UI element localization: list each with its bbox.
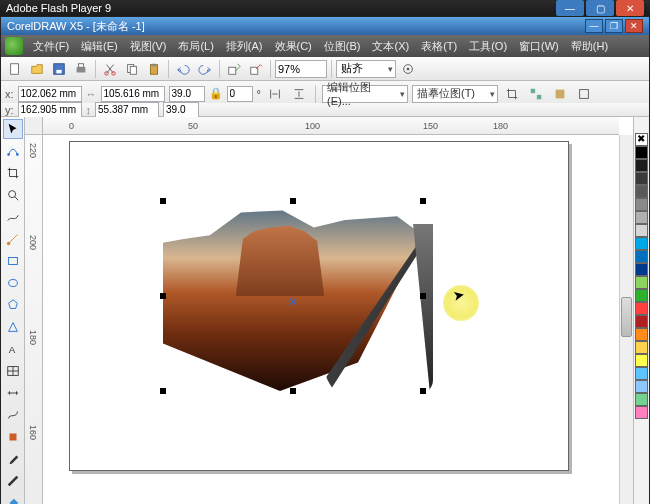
horizontal-ruler[interactable]: 050100150180 — [43, 117, 619, 135]
connector-tool-icon[interactable] — [3, 405, 23, 425]
color-swatch[interactable] — [635, 185, 648, 198]
x-position-field[interactable] — [18, 86, 82, 102]
cut-icon[interactable] — [100, 59, 120, 79]
trace-bitmap-button[interactable]: 描摹位图(T) — [412, 85, 498, 103]
menu-help[interactable]: 帮助(H) — [565, 36, 614, 57]
inner-close-button[interactable]: ✕ — [625, 19, 643, 33]
scale-x-field[interactable] — [169, 86, 205, 102]
color-swatch[interactable] — [635, 224, 648, 237]
color-swatch[interactable] — [635, 133, 648, 146]
color-swatch[interactable] — [635, 198, 648, 211]
selection-handle[interactable] — [420, 293, 426, 299]
polygon-tool-icon[interactable] — [3, 295, 23, 315]
inner-restore-button[interactable]: ❐ — [605, 19, 623, 33]
save-icon[interactable] — [49, 59, 69, 79]
color-swatch[interactable] — [635, 172, 648, 185]
color-swatch[interactable] — [635, 393, 648, 406]
inner-minimize-button[interactable]: — — [585, 19, 603, 33]
menu-window[interactable]: 窗口(W) — [513, 36, 565, 57]
interactive-tool-icon[interactable] — [3, 427, 23, 447]
eyedropper-tool-icon[interactable] — [3, 449, 23, 469]
menu-layout[interactable]: 布局(L) — [172, 36, 219, 57]
color-swatch[interactable] — [635, 406, 648, 419]
open-icon[interactable] — [27, 59, 47, 79]
lock-icon[interactable]: 🔒 — [209, 87, 223, 100]
rectangle-tool-icon[interactable] — [3, 251, 23, 271]
text-tool-icon[interactable]: A — [3, 339, 23, 359]
menu-view[interactable]: 视图(V) — [124, 36, 173, 57]
outline-tool-icon[interactable] — [3, 471, 23, 491]
outer-minimize-button[interactable]: — — [556, 0, 584, 16]
width-field[interactable] — [101, 86, 165, 102]
ruler-origin[interactable] — [25, 117, 43, 135]
export-icon[interactable] — [246, 59, 266, 79]
menu-edit[interactable]: 编辑(E) — [75, 36, 124, 57]
basic-shapes-icon[interactable] — [3, 317, 23, 337]
scale-y-field[interactable] — [163, 102, 199, 118]
menu-tools[interactable]: 工具(O) — [463, 36, 513, 57]
selection-handle[interactable] — [420, 198, 426, 204]
new-icon[interactable] — [5, 59, 25, 79]
menu-bitmap[interactable]: 位图(B) — [318, 36, 367, 57]
zoom-input[interactable] — [275, 60, 327, 78]
color-swatch[interactable] — [635, 380, 648, 393]
pick-tool-icon[interactable] — [3, 119, 23, 139]
redo-icon[interactable] — [195, 59, 215, 79]
menu-table[interactable]: 表格(T) — [415, 36, 463, 57]
selection-handle[interactable] — [290, 198, 296, 204]
zoom-tool-icon[interactable] — [3, 185, 23, 205]
snap-dropdown[interactable]: 贴齐 — [336, 60, 396, 78]
y-position-field[interactable] — [18, 102, 82, 118]
ellipse-tool-icon[interactable] — [3, 273, 23, 293]
color-swatch[interactable] — [635, 237, 648, 250]
color-swatch[interactable] — [635, 211, 648, 224]
menu-arrange[interactable]: 排列(A) — [220, 36, 269, 57]
smart-fill-icon[interactable] — [3, 229, 23, 249]
color-swatch[interactable] — [635, 289, 648, 302]
rotation-field[interactable] — [227, 86, 253, 102]
fill-tool-icon[interactable] — [3, 493, 23, 504]
menu-text[interactable]: 文本(X) — [366, 36, 415, 57]
import-icon[interactable] — [224, 59, 244, 79]
color-swatch[interactable] — [635, 159, 648, 172]
paste-icon[interactable] — [144, 59, 164, 79]
color-swatch[interactable] — [635, 341, 648, 354]
edit-bitmap-button[interactable]: 编辑位图(E)... — [322, 85, 408, 103]
color-swatch[interactable] — [635, 276, 648, 289]
vertical-ruler[interactable]: 220200180160 — [25, 135, 43, 504]
dimension-tool-icon[interactable] — [3, 383, 23, 403]
scrollbar-thumb[interactable] — [621, 297, 632, 337]
undo-icon[interactable] — [173, 59, 193, 79]
selected-bitmap[interactable]: ✕ — [163, 201, 423, 391]
menu-effects[interactable]: 效果(C) — [269, 36, 318, 57]
crop-tool-icon[interactable] — [3, 163, 23, 183]
options-icon[interactable] — [398, 59, 418, 79]
freehand-tool-icon[interactable] — [3, 207, 23, 227]
crop-icon[interactable] — [502, 84, 522, 104]
table-tool-icon[interactable] — [3, 361, 23, 381]
color-swatch[interactable] — [635, 315, 648, 328]
bitmap-mode-icon[interactable] — [550, 84, 570, 104]
color-swatch[interactable] — [635, 328, 648, 341]
print-icon[interactable] — [71, 59, 91, 79]
color-swatch[interactable] — [635, 250, 648, 263]
color-swatch[interactable] — [635, 367, 648, 380]
outer-maximize-button[interactable]: ▢ — [586, 0, 614, 16]
outer-close-button[interactable]: ✕ — [616, 0, 644, 16]
copy-icon[interactable] — [122, 59, 142, 79]
canvas-area[interactable]: 050100150180 220200180160 — [25, 117, 633, 504]
vertical-scrollbar[interactable] — [619, 135, 633, 504]
mirror-v-icon[interactable] — [289, 84, 309, 104]
color-swatch[interactable] — [635, 263, 648, 276]
selection-handle[interactable] — [160, 198, 166, 204]
selection-handle[interactable] — [290, 388, 296, 394]
shape-tool-icon[interactable] — [3, 141, 23, 161]
mirror-h-icon[interactable] — [265, 84, 285, 104]
resample-icon[interactable] — [526, 84, 546, 104]
color-swatch[interactable] — [635, 354, 648, 367]
selection-handle[interactable] — [420, 388, 426, 394]
wrap-text-icon[interactable] — [574, 84, 594, 104]
menu-file[interactable]: 文件(F) — [27, 36, 75, 57]
selection-handle[interactable] — [160, 293, 166, 299]
color-swatch[interactable] — [635, 302, 648, 315]
